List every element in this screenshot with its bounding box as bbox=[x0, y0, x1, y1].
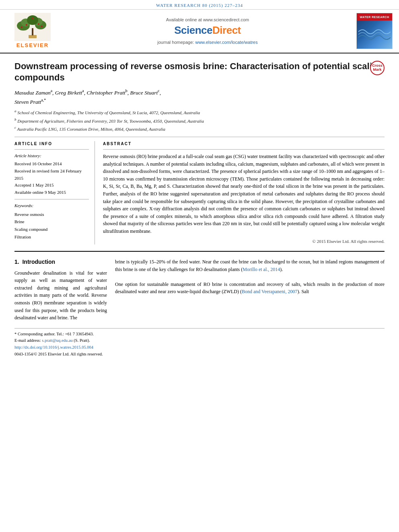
elsevier-wordmark: ELSEVIER bbox=[16, 42, 49, 49]
center-banner: Available online at www.sciencedirect.co… bbox=[59, 17, 356, 45]
abstract-heading: ABSTRACT bbox=[103, 141, 385, 147]
keyword-brine: Brine bbox=[14, 218, 89, 226]
footnote-corresponding-author: * Corresponding author. Tel.: +61 7 3365… bbox=[14, 331, 385, 338]
main-content: Downstream processing of reverse osmosis… bbox=[0, 61, 399, 358]
footnote-section: * Corresponding author. Tel.: +61 7 3365… bbox=[14, 328, 385, 358]
svg-point-9 bbox=[21, 27, 23, 28]
article-info-abstract: ARTICLE INFO Article history: Received 1… bbox=[14, 141, 385, 244]
water-research-cover: WATER RESEARCH bbox=[356, 13, 393, 49]
sciencedirect-logo: ScienceDirect bbox=[59, 23, 356, 37]
top-banner: ELSEVIER Available online at www.science… bbox=[0, 10, 399, 53]
introduction-left-col: 1. Introduction Groundwater desalination… bbox=[14, 258, 107, 322]
svg-point-8 bbox=[26, 24, 27, 26]
journal-header: WATER RESEARCH 80 (2015) 227–234 bbox=[0, 0, 399, 10]
author-steven-pratt: Steven Pratt bbox=[14, 99, 41, 105]
author-christopher-pratt: Christopher Pratt bbox=[86, 89, 125, 95]
author-masuduz-zaman: Masuduz Zaman bbox=[14, 89, 51, 95]
affiliations-list: a School of Chemical Engineering, The Un… bbox=[14, 108, 385, 133]
article-title: Downstream processing of reverse osmosis… bbox=[14, 61, 385, 84]
revised-date: Received in revised form 24 February 201… bbox=[14, 168, 89, 182]
footnote-doi: http://dx.doi.org/10.1016/j.watres.2015.… bbox=[14, 344, 385, 351]
svg-point-12 bbox=[32, 18, 33, 19]
svg-point-10 bbox=[38, 23, 39, 25]
introduction-right-text: brine is typically 15–20% of the feed wa… bbox=[115, 258, 385, 296]
svg-point-11 bbox=[41, 26, 43, 27]
accepted-date: Accepted 1 May 2015 bbox=[14, 182, 89, 189]
article-history-label: Article history: bbox=[14, 153, 89, 159]
abstract-column: ABSTRACT Reverse osmosis (RO) brine prod… bbox=[103, 141, 385, 244]
introduction-right-col: brine is typically 15–20% of the feed wa… bbox=[115, 258, 385, 322]
author-greg-birkett: Greg Birkett bbox=[55, 89, 82, 95]
footnote-email-link[interactable]: s.pratt@uq.edu.au bbox=[42, 338, 72, 343]
keyword-reverse-osmosis: Reverse osmosis bbox=[14, 211, 89, 218]
keywords-section: Keywords: Reverse osmosis Brine Scaling … bbox=[14, 203, 89, 240]
svg-rect-1 bbox=[29, 35, 37, 38]
available-online-text: Available online at www.sciencedirect.co… bbox=[59, 17, 356, 23]
ref-bond-veerapaneni[interactable]: Bond and Veerapaneni, 2007 bbox=[242, 289, 297, 294]
keyword-scaling-compound: Scaling compound bbox=[14, 226, 89, 233]
affiliation-c: c Australia Pacific LNG, 135 Coronation … bbox=[14, 125, 385, 133]
introduction-left-text: Groundwater desalination is vital for wa… bbox=[14, 269, 107, 322]
footnote-email: E-mail address: s.pratt@uq.edu.au (S. Pr… bbox=[14, 337, 385, 344]
elsevier-tree-icon bbox=[14, 13, 51, 41]
abstract-text: Reverse osmosis (RO) brine produced at a… bbox=[103, 153, 385, 235]
svg-rect-2 bbox=[32, 28, 33, 35]
received-date: Received 16 October 2014 bbox=[14, 160, 89, 168]
footnote-issn: 0043-1354/© 2015 Elsevier Ltd. All right… bbox=[14, 351, 385, 358]
introduction-section: 1. Introduction Groundwater desalination… bbox=[14, 251, 385, 322]
svg-point-7 bbox=[27, 15, 38, 25]
elsevier-logo: ELSEVIER bbox=[6, 13, 59, 49]
journal-homepage-link[interactable]: www.elsevier.com/locate/watres bbox=[195, 40, 257, 45]
cover-title: WATER RESEARCH bbox=[360, 15, 389, 19]
keywords-divider bbox=[14, 199, 89, 199]
affiliation-a: a School of Chemical Engineering, The Un… bbox=[14, 108, 385, 116]
article-info-column: ARTICLE INFO Article history: Received 1… bbox=[14, 141, 95, 244]
crossmark-badge[interactable]: CrossMark bbox=[370, 61, 385, 75]
article-history-entries: Received 16 October 2014 Received in rev… bbox=[14, 160, 89, 196]
main-divider bbox=[14, 137, 385, 137]
article-info-heading: ARTICLE INFO bbox=[14, 141, 89, 147]
footnote-doi-link[interactable]: http://dx.doi.org/10.1016/j.watres.2015.… bbox=[14, 345, 93, 349]
journal-homepage: journal homepage: www.elsevier.com/locat… bbox=[59, 39, 356, 45]
available-online-date: Available online 9 May 2015 bbox=[14, 189, 89, 196]
cover-waves-icon bbox=[358, 26, 391, 42]
article-info-divider bbox=[14, 149, 89, 150]
keyword-filtration: Filtration bbox=[14, 233, 89, 241]
authors-list: Masuduz Zamana, Greg Birketta, Christoph… bbox=[14, 88, 385, 106]
keywords-label: Keywords: bbox=[14, 203, 89, 209]
copyright-line: © 2015 Elsevier Ltd. All rights reserved… bbox=[103, 238, 385, 244]
introduction-title: 1. Introduction bbox=[14, 258, 107, 266]
ref-morillo-2014[interactable]: Morillo et al., 2014 bbox=[243, 267, 280, 272]
abstract-divider bbox=[103, 149, 385, 150]
author-bruce-stuart: Bruce Stuart bbox=[130, 89, 158, 95]
crossmark-label: CrossMark bbox=[372, 64, 383, 72]
affiliation-b: b Department of Agriculture, Fisheries a… bbox=[14, 117, 385, 125]
